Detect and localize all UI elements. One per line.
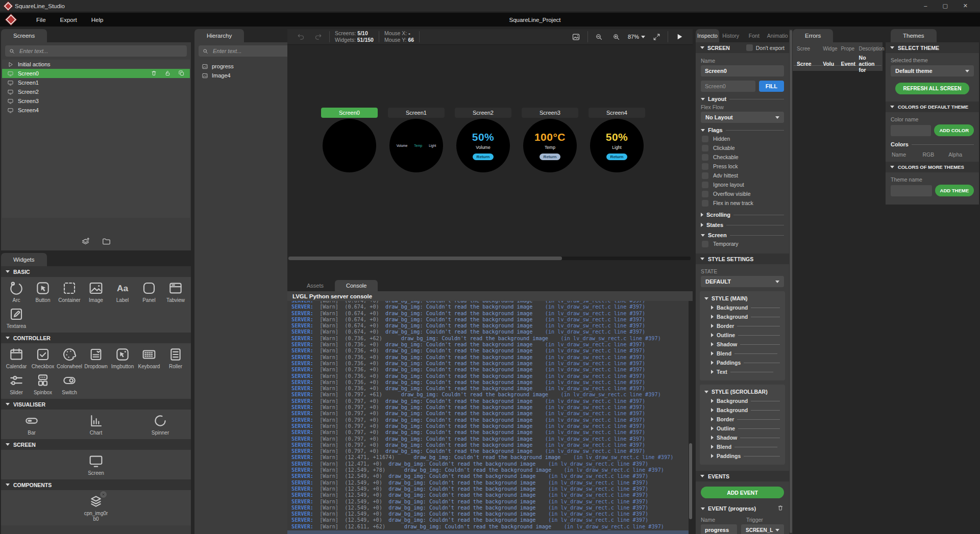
flag-checkbox[interactable] bbox=[702, 154, 708, 161]
inspector-tab-history[interactable]: History bbox=[719, 29, 743, 42]
style-row-paddings[interactable]: Paddings bbox=[700, 358, 785, 367]
fill-button[interactable]: FILL bbox=[759, 81, 784, 92]
hierarchy-item[interactable]: Image4 bbox=[194, 71, 287, 80]
duplicate-button[interactable] bbox=[178, 70, 185, 78]
widget-checkbox[interactable]: Checkbox bbox=[30, 346, 56, 369]
error-row[interactable]: Scree Volu Event No action for bbox=[794, 55, 881, 66]
flag-checkbox[interactable] bbox=[702, 136, 708, 142]
widget-section-header-screen[interactable]: SCREEN bbox=[1, 439, 191, 450]
widget-switch[interactable]: Switch bbox=[56, 372, 83, 395]
widget-keyboard[interactable]: Keyboard bbox=[136, 346, 162, 369]
widget-calendar[interactable]: Calendar bbox=[3, 346, 30, 369]
initial-actions-item[interactable]: Initial actions bbox=[2, 60, 190, 69]
widget-slider[interactable]: Slider bbox=[3, 372, 30, 395]
tab-themes[interactable]: Themes bbox=[891, 29, 937, 42]
screen-name-input[interactable]: Screen0 bbox=[701, 65, 784, 77]
screens-searchbox[interactable] bbox=[5, 45, 187, 57]
style-row-blend[interactable]: Blend bbox=[700, 349, 785, 358]
flag-checkbox[interactable] bbox=[702, 191, 708, 197]
temporary-flag-row[interactable]: Temporary bbox=[696, 239, 789, 248]
canvas-screen-tab[interactable]: Screen0 bbox=[321, 108, 378, 118]
widget-textarea[interactable]: Textarea bbox=[3, 306, 30, 329]
redo-button[interactable] bbox=[312, 33, 324, 41]
flag-row-flex-in-new-track[interactable]: Flex in new track bbox=[696, 198, 789, 208]
canvas-screen-preview[interactable]: 50%VolumeReturn bbox=[456, 119, 510, 172]
widget-chart[interactable]: Chart bbox=[67, 413, 125, 436]
dont-export-checkbox[interactable] bbox=[746, 44, 753, 51]
widget-tabview[interactable]: Tabview bbox=[162, 280, 189, 303]
delete-event-button[interactable] bbox=[777, 504, 784, 513]
add-color-button[interactable]: ADD COLOR bbox=[934, 124, 974, 136]
event-name-input[interactable]: progress bbox=[701, 524, 737, 534]
flags-section-header[interactable]: Flags bbox=[696, 127, 789, 133]
tab-screens[interactable]: Screens bbox=[1, 29, 47, 42]
flag-row-clickable[interactable]: Clickable bbox=[696, 143, 789, 152]
style-scrollbar-header[interactable]: STYLE (SCROLLBAR) bbox=[700, 387, 785, 396]
canvas-horizontal-scrollbar[interactable] bbox=[288, 257, 691, 260]
layout-section-header[interactable]: Layout bbox=[696, 96, 789, 102]
widget-imgbutton[interactable]: Imgbutton bbox=[109, 346, 136, 369]
console-vertical-scrollbar[interactable] bbox=[689, 301, 692, 530]
hierarchy-searchbox[interactable] bbox=[199, 45, 290, 57]
colors-more-themes-header[interactable]: COLORS OF MORE THEMES bbox=[886, 162, 979, 172]
remove-component-button[interactable] bbox=[100, 491, 107, 498]
menu-item-help[interactable]: Help bbox=[84, 17, 111, 23]
canvas-screen-preview[interactable]: VolumeTempLight bbox=[389, 119, 443, 172]
screen-return-button[interactable]: Return bbox=[473, 154, 494, 160]
widget-section-header-basic[interactable]: BASIC bbox=[1, 266, 191, 277]
style-row-outline[interactable]: Outline bbox=[700, 424, 785, 433]
console-tab-assets[interactable]: Assets bbox=[296, 280, 335, 291]
widget-panel[interactable]: Panel bbox=[136, 280, 162, 303]
style-row-background[interactable]: Background bbox=[700, 303, 785, 312]
canvas-screen-tab[interactable]: Screen3 bbox=[522, 108, 578, 118]
style-row-outline[interactable]: Outline bbox=[700, 330, 785, 340]
zoom-level-dropdown[interactable]: 87% bbox=[628, 34, 645, 40]
refresh-all-screen-button[interactable]: REFRESH ALL SCREEN bbox=[895, 83, 970, 94]
widget-section-header-controller[interactable]: CONTROLLER bbox=[1, 333, 191, 343]
screens-search-input[interactable] bbox=[18, 47, 183, 55]
flag-checkbox[interactable] bbox=[702, 200, 708, 207]
select-theme-header[interactable]: SELECT THEME bbox=[886, 42, 979, 53]
add-event-button[interactable]: ADD EVENT bbox=[701, 487, 784, 498]
scrollbar-thumb[interactable] bbox=[288, 257, 562, 260]
widget-spinbox[interactable]: Spinbox bbox=[30, 372, 56, 395]
widget-bar[interactable]: Bar bbox=[3, 413, 60, 436]
flag-checkbox[interactable] bbox=[702, 145, 708, 151]
widget-component[interactable]: cpn_img0r b0 bbox=[3, 493, 189, 522]
widget-monitor[interactable]: Screen bbox=[3, 453, 189, 476]
minimize-button[interactable]: – bbox=[924, 3, 927, 9]
screen-section-header[interactable]: SCREEN Don't export bbox=[696, 42, 789, 53]
undo-button[interactable] bbox=[295, 33, 307, 41]
style-row-border[interactable]: Border bbox=[700, 321, 785, 330]
scrollbar-thumb[interactable] bbox=[689, 443, 692, 519]
canvas-screen-preview[interactable]: 100°CTempReturn bbox=[523, 119, 577, 172]
flag-row-hidden[interactable]: Hidden bbox=[696, 134, 789, 143]
flag-row-ignore-layout[interactable]: Ignore layout bbox=[696, 180, 789, 189]
tab-hierarchy[interactable]: Hierarchy bbox=[194, 29, 244, 42]
screen-list-item[interactable]: Screen4 bbox=[2, 106, 190, 115]
screen-list-item[interactable]: Screen0 bbox=[2, 69, 190, 78]
widget-section-header-components[interactable]: COMPONENTS bbox=[1, 479, 191, 490]
flag-row-checkable[interactable]: Checkable bbox=[696, 152, 789, 162]
event-progress-header[interactable]: EVENT (progress) bbox=[696, 504, 789, 513]
canvas-screen-preview[interactable]: 50%LightReturn bbox=[590, 119, 644, 172]
flag-row-adv-hittest[interactable]: Adv hittest bbox=[696, 171, 789, 180]
hierarchy-item[interactable]: progress bbox=[194, 62, 287, 71]
unlock-button[interactable] bbox=[164, 70, 171, 78]
console-bottom-scrollbar[interactable] bbox=[287, 530, 689, 534]
flag-row-press-lock[interactable]: Press lock bbox=[696, 162, 789, 171]
scrollbar-thumb[interactable] bbox=[790, 30, 792, 533]
color-name-input[interactable] bbox=[891, 125, 931, 136]
style-row-shadow[interactable]: Shadow bbox=[700, 433, 785, 442]
style-main-header[interactable]: STYLE (MAIN) bbox=[700, 294, 785, 303]
widget-container[interactable]: Container bbox=[56, 280, 83, 303]
menu-item-file[interactable]: File bbox=[29, 17, 53, 23]
state-dropdown[interactable]: DEFAULT bbox=[701, 276, 784, 287]
widget-section-header-visualiser[interactable]: VISUALISER bbox=[1, 399, 191, 410]
play-button[interactable] bbox=[673, 33, 685, 41]
fill-name-input[interactable]: Screen0 bbox=[701, 81, 755, 92]
folder-icon[interactable] bbox=[102, 237, 111, 246]
events-section-header[interactable]: EVENTS bbox=[696, 471, 789, 481]
style-row-border[interactable]: Border bbox=[700, 415, 785, 424]
screen-list-item[interactable]: Screen1 bbox=[2, 78, 190, 87]
